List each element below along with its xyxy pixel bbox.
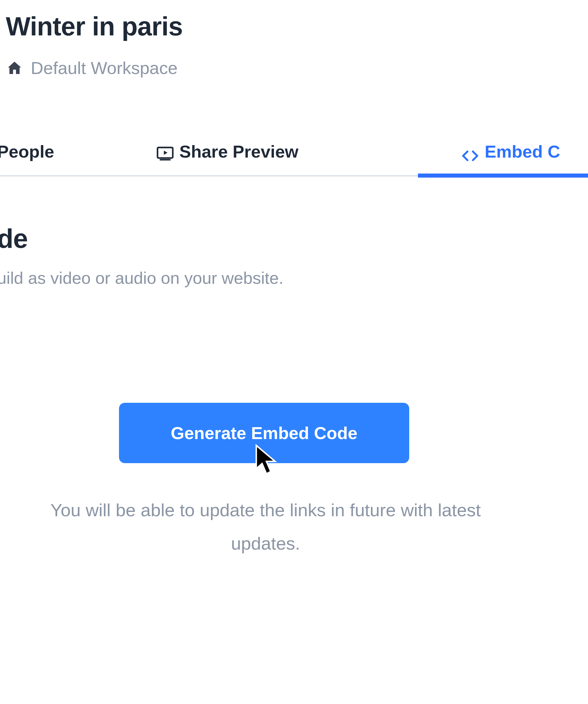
tab-share-preview[interactable]: Share Preview [157, 129, 298, 176]
generate-embed-button-label: Generate Embed Code [171, 423, 358, 443]
tab-people-label: People [0, 141, 54, 162]
page-title: Winter in paris [6, 12, 183, 42]
preview-monitor-icon [157, 144, 174, 159]
section-heading: de [0, 224, 27, 254]
tab-embed-code-label: Embed C [485, 141, 560, 162]
home-icon [6, 59, 23, 77]
section-subtitle: uild as video or audio on your website. [0, 268, 284, 288]
active-tab-indicator [418, 174, 588, 178]
svg-marker-1 [164, 151, 168, 155]
tabs: People Share Preview Embed C [0, 129, 588, 176]
embed-update-note: You will be able to update the links in … [35, 493, 496, 561]
workspace-row[interactable]: Default Workspace [6, 58, 178, 78]
workspace-label: Default Workspace [31, 58, 178, 78]
tab-people[interactable]: People [0, 129, 54, 176]
tab-share-preview-label: Share Preview [179, 141, 298, 162]
tab-embed-code[interactable]: Embed C [462, 129, 560, 176]
code-icon [462, 146, 479, 157]
generate-embed-button[interactable]: Generate Embed Code [119, 403, 409, 463]
